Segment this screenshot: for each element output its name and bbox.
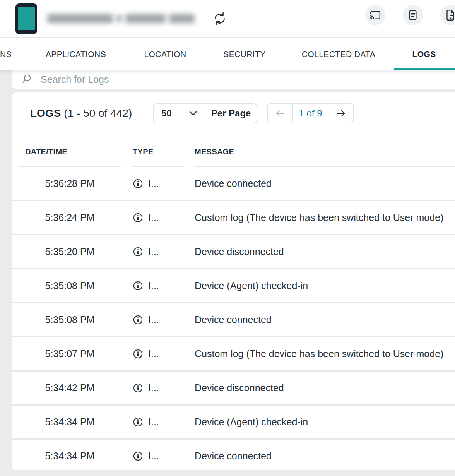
log-type: I...: [132, 372, 184, 404]
log-message: Custom log (The device has been switched…: [195, 337, 455, 370]
column-header-datetime: DATE/TIME: [19, 137, 121, 167]
log-message: Device connected: [195, 440, 455, 473]
arrow-right-icon: [335, 109, 346, 118]
logs-panel: LOGS (1 - 50 of 442) 50 Per Page: [12, 92, 455, 470]
tab-collected-data[interactable]: COLLECTED DATA: [299, 38, 378, 70]
log-type-label: I...: [148, 314, 159, 325]
table-row: 5:35:20 PM I... Device disconnected: [12, 235, 455, 269]
log-message: Device disconnected: [195, 235, 455, 268]
tab-logs[interactable]: LOGS: [410, 38, 438, 70]
tab-security[interactable]: SECURITY: [221, 38, 268, 70]
log-time: 5:34:34 PM: [19, 406, 121, 438]
per-page-value: 50: [161, 108, 172, 119]
device-header: [0, 0, 455, 38]
device-logs-page: NS APPLICATIONS LOCATION SECURITY COLLEC…: [0, 0, 455, 476]
logs-table: DATE/TIME TYPE MESSAGE 5:36:28 PM I... D…: [12, 137, 455, 473]
table-row: 5:35:07 PM I... Custom log (The device h…: [12, 337, 455, 372]
cast-icon: [369, 9, 382, 22]
table-row: 5:34:34 PM I... Device connected: [12, 440, 455, 473]
log-time: 5:34:42 PM: [19, 372, 121, 404]
tab-fragment[interactable]: NS: [0, 38, 12, 70]
search-icon: [21, 74, 33, 85]
page-indicator[interactable]: 1 of 9: [293, 104, 328, 123]
refresh-icon: [212, 11, 228, 26]
tab-applications[interactable]: APPLICATIONS: [43, 38, 108, 70]
log-type: I...: [132, 440, 184, 473]
info-icon: [133, 315, 143, 325]
log-type-label: I...: [148, 348, 159, 360]
info-icon: [133, 212, 143, 223]
notes-icon: [407, 9, 419, 22]
log-message: Device connected: [195, 303, 455, 336]
pagination-control: 1 of 9: [267, 103, 354, 123]
table-header-row: DATE/TIME TYPE MESSAGE: [12, 137, 455, 167]
prev-page-button[interactable]: [268, 104, 292, 123]
device-tab-bar: NS APPLICATIONS LOCATION SECURITY COLLEC…: [0, 38, 455, 70]
logs-search-bar: [12, 70, 455, 89]
search-input[interactable]: [40, 74, 455, 86]
info-icon: [133, 247, 143, 257]
log-type: I...: [132, 201, 184, 234]
log-type: I...: [132, 303, 184, 336]
log-type: I...: [132, 406, 184, 438]
log-type-label: I...: [148, 382, 159, 394]
file-sync-icon: [444, 9, 455, 22]
log-type-label: I...: [148, 416, 159, 428]
log-message: Device disconnected: [195, 372, 455, 404]
logs-title: LOGS (1 - 50 of 442): [30, 103, 132, 123]
log-type-label: I...: [148, 246, 159, 257]
log-type: I...: [132, 337, 184, 370]
per-page-select[interactable]: 50: [154, 104, 205, 123]
log-time: 5:35:08 PM: [19, 303, 121, 336]
log-time: 5:34:34 PM: [19, 440, 121, 473]
log-time: 5:35:08 PM: [19, 269, 121, 302]
per-page-control: 50 Per Page: [153, 103, 257, 123]
table-row: 5:36:24 PM I... Custom log (The device h…: [12, 201, 455, 235]
log-message: Device connected: [195, 167, 455, 200]
log-type-label: I...: [148, 280, 159, 291]
column-header-message: MESSAGE: [195, 137, 455, 167]
info-icon: [133, 451, 143, 461]
smartphone-screen: [18, 7, 35, 30]
device-name-redacted: [47, 12, 202, 25]
notes-button[interactable]: [403, 5, 423, 25]
log-time: 5:36:24 PM: [19, 201, 121, 234]
info-icon: [133, 281, 143, 291]
arrow-left-icon: [275, 109, 286, 118]
log-message: Device (Agent) checked-in: [195, 269, 455, 302]
logs-range: (1 - 50 of 442): [64, 107, 132, 120]
tab-location[interactable]: LOCATION: [142, 38, 189, 70]
chevron-down-icon: [189, 111, 197, 116]
active-tab-underline: [394, 68, 455, 70]
file-sync-button[interactable]: [440, 5, 455, 25]
next-page-button[interactable]: [328, 104, 353, 123]
table-row: 5:35:08 PM I... Device connected: [12, 303, 455, 337]
log-type-label: I...: [148, 450, 159, 462]
log-type: I...: [132, 167, 184, 200]
smartphone-icon: [15, 3, 37, 34]
log-type: I...: [132, 235, 184, 268]
cast-button[interactable]: [365, 5, 385, 25]
table-row: 5:34:42 PM I... Device disconnected: [12, 372, 455, 406]
table-row: 5:35:08 PM I... Device (Agent) checked-i…: [12, 269, 455, 303]
table-row: 5:36:28 PM I... Device connected: [12, 167, 455, 201]
info-icon: [133, 178, 143, 189]
info-icon: [133, 417, 143, 427]
info-icon: [133, 383, 143, 393]
log-time: 5:35:20 PM: [19, 235, 121, 268]
log-time: 5:35:07 PM: [19, 337, 121, 370]
per-page-label: Per Page: [205, 104, 257, 123]
column-header-type: TYPE: [132, 137, 184, 167]
log-type: I...: [132, 269, 184, 302]
info-icon: [133, 349, 143, 359]
table-row: 5:34:34 PM I... Device (Agent) checked-i…: [12, 406, 455, 440]
logs-title-label: LOGS: [30, 107, 61, 120]
log-message: Device (Agent) checked-in: [195, 406, 455, 438]
log-time: 5:36:28 PM: [19, 167, 121, 200]
log-type-label: I...: [148, 178, 159, 189]
log-type-label: I...: [148, 212, 159, 223]
refresh-button[interactable]: [212, 10, 228, 27]
log-message: Custom log (The device has been switched…: [195, 201, 455, 234]
